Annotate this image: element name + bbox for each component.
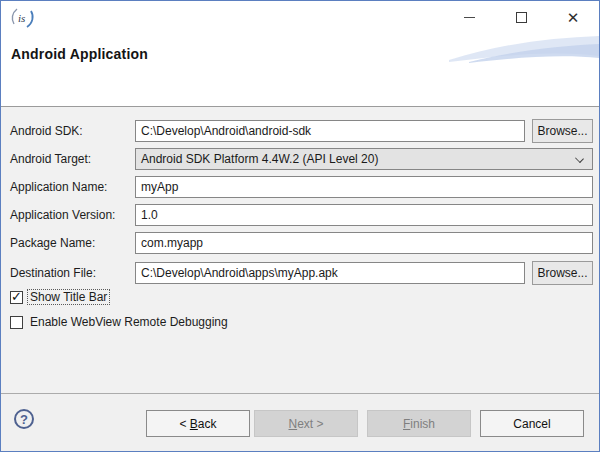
back-button[interactable]: < Back	[146, 410, 250, 437]
help-icon: ?	[20, 412, 28, 427]
destination-file-label: Destination File:	[10, 266, 96, 280]
window-controls: ✕	[443, 1, 599, 34]
package-name-label: Package Name:	[10, 236, 95, 250]
close-button[interactable]: ✕	[547, 1, 599, 34]
checkmark-icon: ✓	[11, 289, 22, 304]
minimize-button[interactable]	[443, 1, 495, 34]
header-swoosh-decoration	[449, 34, 599, 64]
application-name-input[interactable]	[135, 176, 593, 198]
page-title: Android Application	[11, 46, 148, 62]
show-title-bar-label[interactable]: Show Title Bar	[28, 290, 109, 304]
android-target-label: Android Target:	[10, 152, 91, 166]
webview-debugging-checkbox-row[interactable]: Enable WebView Remote Debugging	[10, 315, 230, 329]
title-bar[interactable]: is ✕	[1, 1, 599, 34]
webview-debugging-checkbox[interactable]	[10, 316, 23, 329]
application-version-input[interactable]	[135, 204, 593, 226]
android-target-select[interactable]: Android SDK Platform 4.4W.2 (API Level 2…	[135, 148, 593, 170]
next-button[interactable]: Next >	[254, 410, 358, 437]
minimize-icon	[464, 17, 475, 18]
show-title-bar-checkbox[interactable]: ✓	[10, 291, 23, 304]
close-icon: ✕	[567, 10, 580, 25]
android-application-dialog: is ✕ Android Application Android SDK: Br…	[0, 0, 600, 452]
android-target-value: Android SDK Platform 4.4W.2 (API Level 2…	[141, 152, 378, 166]
android-sdk-input[interactable]	[135, 120, 525, 142]
application-name-label: Application Name:	[10, 180, 107, 194]
button-bar: ? < Back Next > Finish Cancel	[1, 394, 599, 451]
maximize-icon	[516, 12, 527, 23]
package-name-input[interactable]	[135, 232, 593, 254]
help-button[interactable]: ?	[14, 409, 34, 429]
destination-file-browse-button[interactable]: Browse...	[532, 261, 593, 285]
maximize-button[interactable]	[495, 1, 547, 34]
app-logo-icon: is	[10, 6, 36, 30]
webview-debugging-label[interactable]: Enable WebView Remote Debugging	[28, 315, 230, 329]
cancel-button[interactable]: Cancel	[480, 410, 584, 437]
svg-text:is: is	[18, 12, 25, 24]
form-area: Android SDK: Browse... Android Target: A…	[1, 107, 599, 393]
show-title-bar-checkbox-row[interactable]: ✓ Show Title Bar	[10, 290, 109, 304]
chevron-down-icon	[575, 154, 584, 163]
android-sdk-browse-button[interactable]: Browse...	[532, 119, 593, 143]
wizard-header: Android Application	[1, 34, 599, 106]
android-sdk-label: Android SDK:	[10, 124, 83, 138]
application-version-label: Application Version:	[10, 208, 115, 222]
destination-file-input[interactable]	[135, 262, 525, 284]
finish-button[interactable]: Finish	[367, 410, 471, 437]
